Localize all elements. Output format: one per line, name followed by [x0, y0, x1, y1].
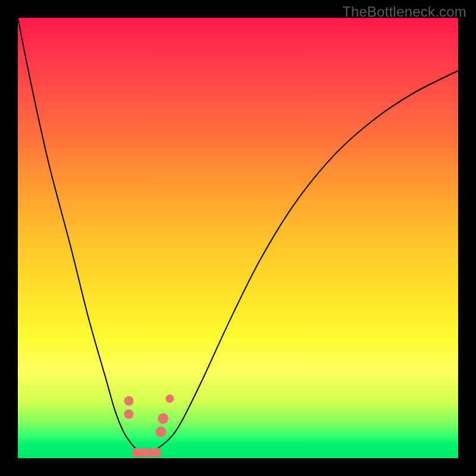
highlight-dot: [158, 413, 168, 424]
chart-svg: [18, 18, 458, 458]
highlight-dot: [124, 396, 133, 406]
highlight-markers: [124, 394, 174, 457]
highlight-dot: [152, 447, 161, 457]
highlight-dot: [145, 447, 155, 457]
plot-area: [18, 18, 458, 458]
highlight-dot: [156, 427, 167, 437]
right-curve: [150, 71, 458, 454]
highlight-dot: [124, 409, 133, 419]
highlight-dot: [132, 447, 142, 457]
left-curve: [18, 18, 150, 454]
highlight-dot: [139, 447, 148, 457]
highlight-dot: [165, 394, 174, 403]
chart-frame: TheBottleneck.com: [0, 0, 476, 476]
